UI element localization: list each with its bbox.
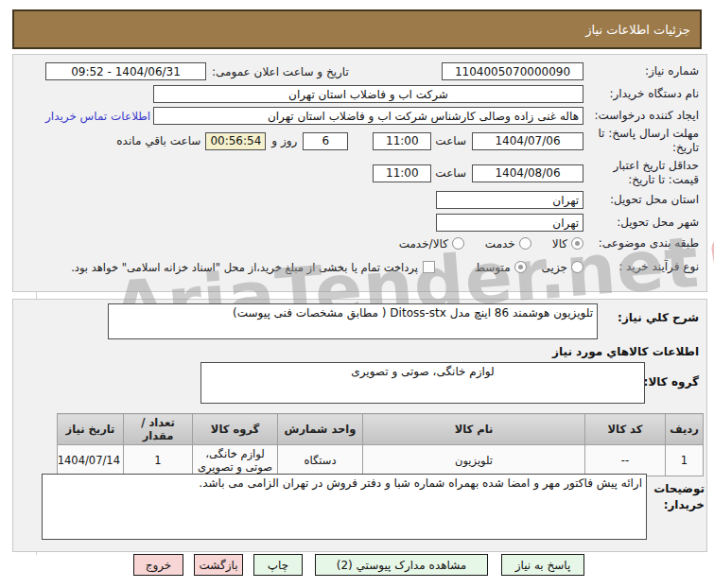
remaining-countdown-input[interactable]	[205, 132, 266, 150]
need-description-textarea[interactable]: تلویزیون هوشمند 86 اینچ مدل Ditoss-stx (…	[108, 303, 598, 339]
buyer-notes-textarea[interactable]: ارائه پیش فاکتور مهر و امضا شده بهمراه ش…	[42, 474, 647, 540]
page-title-bar: جزئیات اطلاعات نیاز	[12, 9, 702, 49]
purchase-process-label: نوع فرآیند خرید :	[587, 260, 699, 274]
col-need-date: تاریخ نیاز	[58, 414, 124, 445]
creator-label: ایجاد کننده درخواست:	[587, 109, 699, 123]
announce-datetime-input[interactable]	[45, 62, 206, 80]
reply-to-need-button[interactable]: پاسخ به نیاز	[501, 554, 584, 576]
radio-goods[interactable]	[571, 237, 583, 250]
col-row-number: ردیف	[666, 414, 704, 445]
buyer-org-input[interactable]	[153, 85, 583, 103]
radio-minor[interactable]	[571, 261, 583, 273]
validity-hour-label: ساعت	[435, 166, 466, 180]
radio-medium-label: متوسط	[475, 261, 511, 274]
need-description-label: شرح کلي نیاز:	[618, 311, 699, 324]
remaining-days-label: روز و	[271, 134, 297, 147]
goods-group-textarea[interactable]: لوازم خانگی، صوتی و تصویری	[200, 362, 645, 404]
announce-datetime-label: تاریخ و ساعت اعلان عمومی:	[212, 65, 349, 78]
radio-goods-service-label: کالا/خدمت	[399, 237, 448, 251]
col-unit: واحد شمارش	[278, 414, 363, 445]
buyer-contact-link[interactable]: اطلاعات تماس خریدار	[45, 110, 150, 123]
radio-goods-service[interactable]	[452, 237, 464, 250]
buyer-org-label: نام دستگاه خریدار:	[587, 87, 699, 101]
reply-deadline-label: مهلت ارسال پاسخ: تا تاریخ:	[587, 127, 699, 155]
creator-input[interactable]	[153, 107, 583, 125]
general-info-panel: شماره نیاز: تاریخ و ساعت اعلان عمومی: نا…	[12, 54, 707, 292]
goods-table-row: 1 -- تلویزیون دستگاه لوازم خانگی، صوتی و…	[58, 445, 704, 476]
radio-service-label: خدمت	[485, 237, 515, 251]
page-title: جزئیات اطلاعات نیاز	[585, 23, 690, 37]
cell-item-name: تلویزیون	[363, 445, 585, 476]
cell-row-number: 1	[666, 445, 704, 476]
goods-info-panel: شرح کلي نیاز: تلویزیون هوشمند 86 اینچ مد…	[12, 299, 707, 552]
col-item-name: نام کالا	[363, 414, 585, 445]
view-attached-docs-button[interactable]: مشاهده مدارک پیوستي (2)	[315, 554, 488, 576]
goods-table-header-row: ردیف کد کالا نام کالا واحد شمارش گروه کا…	[58, 414, 704, 445]
cell-need-date: 1404/07/14	[58, 445, 124, 476]
price-validity-label: حداقل تاریخ اعتبار قیمت: تا تاریخ:	[587, 159, 699, 187]
reply-deadline-time-input[interactable]	[373, 132, 431, 150]
cell-item-code: --	[585, 445, 666, 476]
radio-goods-label: کالا	[552, 237, 567, 251]
print-button[interactable]: چاپ	[253, 554, 303, 576]
delivery-province-label: استان محل تحویل:	[587, 193, 699, 207]
delivery-city-label: شهر محل تحویل:	[587, 216, 699, 230]
treasury-checkbox-label: پرداخت تمام یا بخشی از مبلغ خرید،از محل …	[71, 261, 418, 274]
goods-section-heading: اطلاعات کالاهاي مورد نیاز	[552, 345, 699, 358]
remaining-days-input[interactable]	[303, 132, 348, 150]
goods-group-label: گروه کالا:	[644, 375, 699, 389]
need-number-label: شماره نیاز:	[587, 64, 699, 78]
delivery-province-input[interactable]	[436, 191, 583, 209]
delivery-city-input[interactable]	[436, 214, 583, 232]
radio-minor-label: جزیی	[542, 261, 567, 274]
reply-deadline-date-input[interactable]	[472, 132, 583, 150]
col-group: گروه کالا	[193, 414, 278, 445]
price-validity-time-input[interactable]	[373, 164, 431, 182]
radio-medium[interactable]	[514, 261, 527, 273]
buyer-notes-label: توضیحات خریدار:	[648, 481, 705, 513]
cell-group: لوازم خانگی، صوتی و تصویری	[193, 445, 278, 476]
price-validity-date-input[interactable]	[472, 164, 583, 182]
remaining-suffix-label: ساعت باقي مانده	[116, 134, 200, 147]
col-item-code: کد کالا	[585, 414, 666, 445]
treasury-checkbox[interactable]	[423, 261, 435, 273]
subject-class-label: طبقه بندی موضوعی:	[587, 236, 699, 251]
need-number-input[interactable]	[442, 62, 583, 80]
watermark-shield-icon	[710, 227, 714, 319]
goods-table: ردیف کد کالا نام کالا واحد شمارش گروه کا…	[57, 413, 704, 476]
col-quantity: تعداد / مقدار	[124, 414, 193, 445]
deadline-hour-label: ساعت	[435, 134, 466, 147]
radio-service[interactable]	[519, 237, 531, 250]
exit-button[interactable]: خروج	[133, 554, 183, 576]
need-details-page: جزئیات اطلاعات نیاز شماره نیاز: تاریخ و …	[0, 0, 714, 588]
back-button[interactable]: بازگشت	[194, 554, 243, 576]
cell-unit: دستگاه	[278, 445, 363, 476]
cell-quantity: 1	[124, 445, 193, 476]
